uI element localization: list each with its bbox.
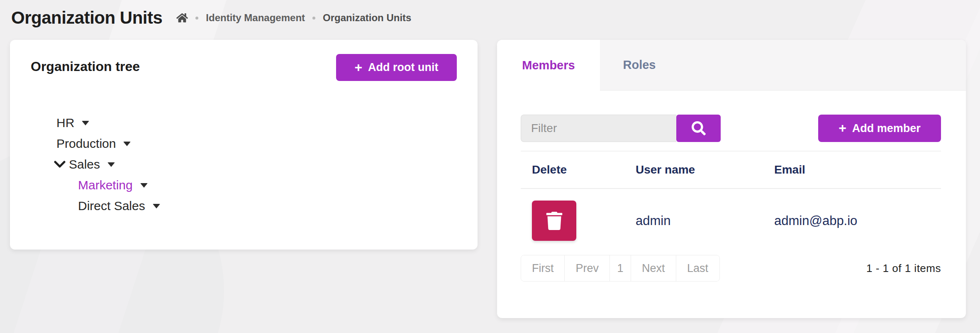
add-member-button-label: Add member bbox=[852, 122, 921, 135]
column-header-username: User name bbox=[636, 163, 774, 176]
pager: First Prev 1 Next Last bbox=[521, 255, 720, 282]
filter-toolbar: + Add member bbox=[521, 115, 941, 142]
members-card: Members Roles + Add member Delete User n… bbox=[497, 40, 966, 318]
search-icon bbox=[692, 121, 706, 135]
breadcrumb-item-organization-units: Organization Units bbox=[323, 12, 411, 24]
tree-node-direct-sales[interactable]: Direct Sales bbox=[31, 196, 457, 216]
table-row: admin admin@abp.io bbox=[521, 201, 941, 241]
search-button[interactable] bbox=[676, 115, 721, 142]
tree-node-production[interactable]: Production bbox=[31, 133, 457, 154]
cell-username: admin bbox=[636, 213, 774, 228]
members-table-header: Delete User name Email bbox=[521, 152, 941, 189]
caret-down-icon[interactable] bbox=[153, 204, 160, 208]
organization-tree-title: Organization tree bbox=[31, 54, 140, 74]
tree-node-label[interactable]: Sales bbox=[69, 157, 100, 171]
page-header: Organization Units Identity Management O… bbox=[11, 3, 968, 32]
members-tab-panel: + Add member Delete User name Email admi… bbox=[497, 91, 966, 282]
pager-prev-button[interactable]: Prev bbox=[565, 255, 610, 281]
tree-node-sales[interactable]: Sales bbox=[31, 154, 457, 175]
caret-down-icon[interactable] bbox=[82, 121, 89, 125]
home-icon[interactable] bbox=[176, 12, 188, 23]
cell-email: admin@abp.io bbox=[774, 213, 941, 228]
page-title: Organization Units bbox=[11, 8, 162, 28]
tab-roles[interactable]: Roles bbox=[600, 40, 679, 90]
add-member-button[interactable]: + Add member bbox=[818, 115, 941, 142]
pager-page-1-button[interactable]: 1 bbox=[610, 255, 631, 281]
add-root-unit-button-label: Add root unit bbox=[368, 61, 438, 74]
caret-down-icon[interactable] bbox=[123, 142, 131, 146]
pagination-row: First Prev 1 Next Last 1 - 1 of 1 items bbox=[521, 255, 941, 282]
pager-first-button[interactable]: First bbox=[521, 255, 565, 281]
delete-member-button[interactable] bbox=[532, 201, 576, 241]
tab-bar: Members Roles bbox=[497, 40, 966, 91]
plus-icon: + bbox=[839, 121, 846, 135]
pager-next-button[interactable]: Next bbox=[631, 255, 676, 281]
items-summary: 1 - 1 of 1 items bbox=[866, 262, 941, 275]
breadcrumb-separator bbox=[312, 17, 315, 20]
organization-tree-card-header: Organization tree + Add root unit bbox=[31, 54, 457, 81]
breadcrumb: Identity Management Organization Units bbox=[176, 12, 411, 24]
tree-node-label[interactable]: Production bbox=[56, 137, 116, 151]
tree-node-label[interactable]: HR bbox=[56, 116, 74, 130]
plus-icon: + bbox=[354, 61, 362, 74]
column-header-delete: Delete bbox=[521, 163, 636, 176]
column-header-email: Email bbox=[774, 163, 941, 176]
breadcrumb-separator bbox=[195, 17, 198, 20]
trash-icon bbox=[546, 212, 563, 230]
filter-input-group bbox=[521, 115, 721, 142]
breadcrumb-item-identity-management[interactable]: Identity Management bbox=[206, 12, 305, 24]
organization-tree: HR Production Sales Marketing Direct Sal… bbox=[31, 113, 457, 216]
pager-last-button[interactable]: Last bbox=[676, 255, 719, 281]
caret-down-icon[interactable] bbox=[140, 183, 148, 188]
tree-node-hr[interactable]: HR bbox=[31, 113, 457, 133]
tree-node-marketing[interactable]: Marketing bbox=[31, 175, 457, 196]
tab-members[interactable]: Members bbox=[497, 40, 600, 91]
add-root-unit-button[interactable]: + Add root unit bbox=[336, 54, 457, 81]
chevron-down-icon[interactable] bbox=[54, 160, 69, 169]
tree-node-label[interactable]: Direct Sales bbox=[78, 199, 145, 213]
caret-down-icon[interactable] bbox=[107, 162, 115, 167]
organization-tree-card: Organization tree + Add root unit HR Pro… bbox=[10, 40, 478, 250]
tree-node-label[interactable]: Marketing bbox=[78, 178, 133, 192]
filter-input[interactable] bbox=[521, 115, 676, 142]
